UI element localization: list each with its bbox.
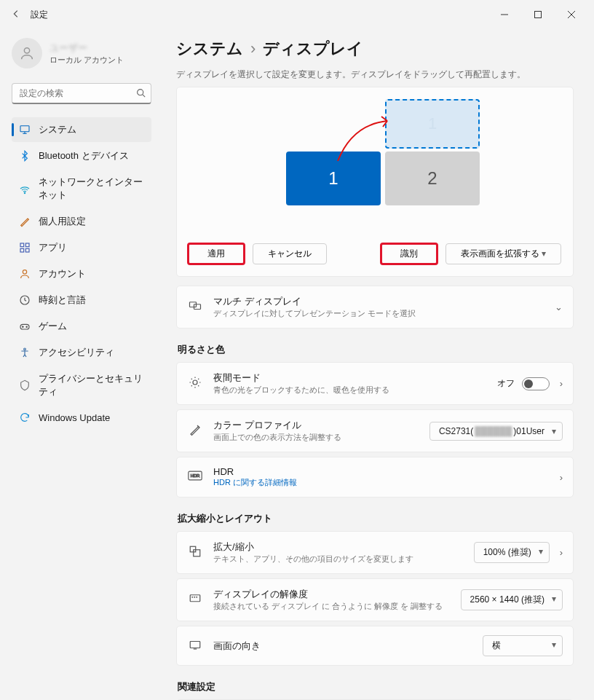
color-profile-row[interactable]: カラー プロファイル 画面上での色の表示方法を調整する CS2731(█████… (176, 409, 574, 452)
sidebar-item-label: ネットワークとインターネット (39, 176, 144, 202)
night-mode-icon (187, 376, 203, 392)
sidebar-item-system[interactable]: システム (12, 117, 151, 142)
svg-point-28 (192, 597, 193, 597)
svg-rect-27 (190, 594, 200, 601)
night-mode-toggle[interactable] (522, 377, 550, 390)
svg-rect-31 (190, 641, 200, 648)
sidebar-item-update[interactable]: Windows Update (12, 406, 151, 429)
account-icon (19, 268, 31, 280)
update-icon (19, 412, 31, 423)
svg-rect-1 (535, 12, 542, 18)
chevron-right-icon: › (250, 39, 256, 58)
sidebar-item-label: 時刻と言語 (39, 294, 86, 307)
sidebar-item-label: 個人用設定 (39, 215, 86, 228)
window-title: 設定 (31, 9, 48, 21)
sidebar-item-account[interactable]: アカウント (12, 261, 151, 286)
svg-rect-17 (20, 324, 29, 329)
chevron-right-icon[interactable]: › (560, 472, 563, 483)
sidebar-item-label: アクセシビリティ (39, 346, 114, 359)
search-input[interactable] (12, 83, 151, 104)
svg-rect-25 (190, 546, 196, 552)
network-icon (19, 183, 31, 194)
svg-text:HDR: HDR (191, 474, 200, 479)
cancel-button[interactable]: キャンセル (253, 243, 327, 264)
user-name: ユーザー (50, 42, 124, 55)
hdr-link[interactable]: HDR に関する詳細情報 (213, 477, 550, 488)
minimize-button[interactable] (488, 3, 521, 26)
svg-rect-26 (194, 549, 200, 556)
system-icon (19, 124, 31, 135)
identify-button[interactable]: 識別 (381, 244, 437, 264)
resolution-select[interactable]: 2560 × 1440 (推奨) (461, 589, 563, 610)
section-related: 関連設定 (178, 680, 574, 693)
chevron-right-icon[interactable]: › (560, 378, 563, 389)
orientation-icon (187, 638, 203, 654)
multi-display-icon (187, 299, 203, 315)
svg-point-22 (193, 380, 197, 385)
svg-rect-7 (20, 126, 29, 132)
hdr-row[interactable]: HDR HDR HDR に関する詳細情報 › (176, 457, 574, 498)
display-1[interactable]: 1 (286, 152, 381, 205)
breadcrumb-root[interactable]: システム (176, 38, 243, 60)
color-profile-sub: 画面上での色の表示方法を調整する (213, 432, 419, 443)
display-arrange-area[interactable]: 1 1 2 (189, 99, 561, 230)
multi-display-row[interactable]: マルチ ディスプレイ ディスプレイに対してプレゼンテーション モードを選択 ⌄ (176, 286, 574, 329)
night-mode-title: 夜間モード (213, 371, 487, 385)
sidebar-item-label: Windows Update (39, 412, 110, 423)
apps-icon (19, 242, 31, 253)
sidebar-item-label: Bluetooth とデバイス (39, 149, 129, 162)
svg-rect-13 (20, 248, 24, 252)
page-subtext: ディスプレイを選択して設定を変更します。ディスプレイをドラッグして再配置します。 (176, 68, 574, 81)
nav: システムBluetooth とデバイスネットワークとインターネット個人用設定アプ… (12, 117, 151, 429)
svg-point-15 (23, 270, 26, 274)
close-button[interactable] (555, 3, 588, 26)
svg-rect-14 (25, 248, 29, 252)
sidebar-item-accessibility[interactable]: アクセシビリティ (12, 340, 151, 365)
sidebar-item-bluetooth[interactable]: Bluetooth とデバイス (12, 143, 151, 168)
apply-button[interactable]: 適用 (189, 244, 244, 264)
sidebar-item-gaming[interactable]: ゲーム (12, 314, 151, 339)
resolution-icon (187, 592, 203, 608)
color-profile-select[interactable]: CS2731(██████)01User (429, 422, 563, 441)
avatar (12, 38, 42, 68)
svg-point-19 (24, 348, 26, 350)
sidebar-item-apps[interactable]: アプリ (12, 235, 151, 260)
scale-row[interactable]: 拡大/縮小 テキスト、アプリ、その他の項目のサイズを変更します 100% (推奨… (176, 531, 574, 574)
user-block[interactable]: ユーザー ローカル アカウント (12, 38, 151, 68)
content: システム › ディスプレイ ディスプレイを選択して設定を変更します。ディスプレイ… (162, 29, 594, 700)
chevron-down-icon[interactable]: ⌄ (555, 302, 563, 312)
back-button[interactable] (9, 9, 23, 21)
orientation-select[interactable]: 横 (483, 635, 563, 656)
resolution-row[interactable]: ディスプレイの解像度 接続されている ディスプレイ に 合うように 解像度 を … (176, 578, 574, 621)
multi-display-sub: ディスプレイに対してプレゼンテーション モードを選択 (213, 308, 544, 319)
scale-icon (187, 545, 203, 561)
scale-select[interactable]: 100% (推奨) (474, 542, 550, 563)
extend-dropdown[interactable]: 表示画面を拡張する (446, 243, 561, 264)
sidebar-item-label: ゲーム (39, 320, 67, 333)
scale-sub: テキスト、アプリ、その他の項目のサイズを変更します (213, 554, 464, 565)
hdr-icon: HDR (187, 471, 203, 484)
chevron-right-icon[interactable]: › (560, 547, 563, 558)
color-profile-icon (187, 423, 203, 439)
sidebar-item-time[interactable]: 時刻と言語 (12, 288, 151, 312)
identify-highlight: 識別 (381, 244, 437, 264)
orientation-title: 画面の向き (213, 640, 472, 653)
multi-display-title: マルチ ディスプレイ (213, 295, 544, 308)
search-icon (136, 88, 146, 100)
night-mode-row[interactable]: 夜間モード 青色の光をブロックするために、暖色を使用する オフ › (176, 362, 574, 405)
maximize-button[interactable] (521, 3, 555, 26)
resolution-sub: 接続されている ディスプレイ に 合うように 解像度 を 調整する (213, 601, 451, 612)
resolution-title: ディスプレイの解像度 (213, 588, 451, 601)
privacy-icon (19, 380, 31, 391)
sidebar-item-privacy[interactable]: プライバシーとセキュリティ (12, 366, 151, 404)
sidebar-item-network[interactable]: ネットワークとインターネット (12, 170, 151, 208)
display-2[interactable]: 2 (385, 152, 480, 205)
svg-point-30 (197, 597, 197, 597)
orientation-row[interactable]: 画面の向き 横 (176, 626, 574, 666)
svg-point-5 (138, 90, 143, 95)
svg-line-6 (143, 95, 145, 97)
page-title: ディスプレイ (263, 38, 363, 60)
sidebar-item-personalize[interactable]: 個人用設定 (12, 209, 151, 234)
svg-point-10 (24, 192, 25, 193)
hdr-title: HDR (213, 466, 550, 477)
